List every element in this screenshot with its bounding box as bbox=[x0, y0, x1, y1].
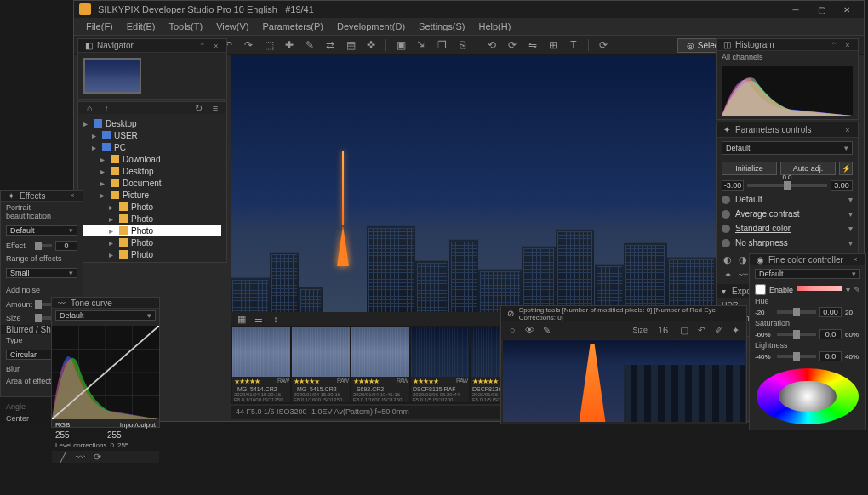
tree-refresh-icon[interactable]: ↻ bbox=[192, 102, 204, 114]
lig-value[interactable]: 0.0 bbox=[819, 351, 842, 361]
spot-brush-icon[interactable]: ✎ bbox=[540, 324, 552, 336]
spot-size-value[interactable]: 16 bbox=[653, 324, 673, 336]
initialize-button[interactable]: Initialize bbox=[722, 162, 777, 175]
wb-icon[interactable]: ◐ bbox=[722, 253, 734, 265]
rotate-l-icon[interactable]: ⟲ bbox=[484, 37, 500, 53]
finecolor-picker-icon[interactable]: ✎ bbox=[854, 285, 860, 294]
tonecurve-preset[interactable]: Default▾ bbox=[55, 310, 156, 321]
tree-row[interactable]: ▸Desktop bbox=[83, 117, 221, 129]
spot-eye-icon[interactable]: 👁 bbox=[523, 324, 535, 336]
picker-icon[interactable]: ✜ bbox=[363, 37, 379, 53]
collapse-icon[interactable]: ⌃ bbox=[197, 41, 208, 51]
flash-icon[interactable]: ⚡ bbox=[839, 162, 853, 175]
paste-icon[interactable]: ⎘ bbox=[454, 37, 470, 53]
hue-slider[interactable] bbox=[777, 310, 816, 314]
titlebar[interactable]: SILKYPIX Developer Studio Pro 10 English… bbox=[74, 1, 864, 18]
enable-checkbox[interactable] bbox=[755, 284, 766, 295]
param-value[interactable]: No sharpness bbox=[735, 238, 843, 248]
close-button[interactable]: ✕ bbox=[835, 3, 859, 16]
brush-icon[interactable]: ✎ bbox=[302, 37, 317, 53]
level-hi[interactable]: 255 bbox=[117, 441, 128, 449]
sat-value[interactable]: 0.0 bbox=[819, 329, 842, 339]
tree-row[interactable]: ▸Picture bbox=[83, 189, 221, 201]
collapse-icon[interactable]: ⌃ bbox=[829, 40, 839, 50]
menu-development[interactable]: Development(D) bbox=[330, 20, 412, 33]
curve-icon[interactable]: 〰 bbox=[737, 269, 749, 281]
amount-slider[interactable] bbox=[38, 303, 52, 306]
menu-tools[interactable]: Tools(T) bbox=[162, 20, 209, 33]
reset-icon[interactable]: ⟳ bbox=[596, 37, 611, 53]
image-canvas[interactable] bbox=[231, 55, 716, 348]
tree-row[interactable]: ▸Desktop bbox=[83, 165, 221, 177]
menu-view[interactable]: View(V) bbox=[209, 20, 255, 33]
tree-row[interactable]: ▸Photo bbox=[83, 201, 221, 213]
film-list-icon[interactable]: ☰ bbox=[253, 313, 265, 325]
close-icon[interactable]: × bbox=[850, 254, 860, 265]
heal-icon[interactable]: ✚ bbox=[282, 37, 297, 53]
histogram-channels[interactable]: All channels bbox=[717, 51, 858, 63]
hue-value[interactable]: 0.00 bbox=[819, 307, 842, 317]
tree-row[interactable]: ▸Download bbox=[83, 153, 221, 165]
range-dropdown[interactable]: Small▾ bbox=[6, 268, 77, 278]
tree-row[interactable]: ▸PC bbox=[83, 141, 221, 153]
redo-icon[interactable]: ↷ bbox=[241, 37, 256, 53]
tree-row[interactable]: ▸Document bbox=[83, 177, 221, 189]
spot-undo-icon[interactable]: ↶ bbox=[695, 324, 707, 336]
menu-help[interactable]: Help(H) bbox=[472, 20, 518, 33]
fx-icon[interactable]: ✦ bbox=[722, 269, 734, 281]
menu-parameters[interactable]: Parameters(P) bbox=[255, 20, 330, 33]
thumbnail[interactable]: ●★★★★★RAW_S692.CR22020/01/04 19:45:16F8.… bbox=[351, 327, 409, 402]
rotate-r-icon[interactable]: ⟳ bbox=[505, 37, 520, 53]
sat-slider[interactable] bbox=[777, 333, 816, 336]
hue-wheel[interactable] bbox=[757, 368, 859, 424]
spotting-preview[interactable] bbox=[503, 340, 745, 422]
navigator-thumbnail[interactable] bbox=[83, 58, 141, 94]
close-icon[interactable]: × bbox=[842, 40, 853, 50]
spot-pencil-icon[interactable]: ✐ bbox=[712, 324, 724, 336]
noise-size-slider[interactable] bbox=[38, 316, 52, 320]
curve-reset-icon[interactable]: ⟳ bbox=[91, 451, 103, 463]
param-value[interactable]: Standard color bbox=[735, 224, 843, 233]
finecolor-dropdown-icon[interactable]: ▾ bbox=[846, 285, 850, 294]
thumbnail[interactable]: ●★★★★★RAW_MG_5414.CR22020/01/04 15:20:16… bbox=[232, 327, 290, 402]
exposure-slider[interactable]: 0.0 bbox=[747, 184, 827, 187]
close-icon[interactable]: × bbox=[211, 41, 221, 51]
tree-menu-icon[interactable]: ≡ bbox=[209, 102, 221, 114]
tree-row[interactable]: ▸Video bbox=[83, 260, 221, 262]
tree-home-icon[interactable]: ⌂ bbox=[83, 102, 95, 114]
menu-settings[interactable]: Settings(S) bbox=[412, 20, 471, 33]
compare-icon[interactable]: ⇄ bbox=[323, 37, 338, 53]
param-value[interactable]: Average contrast bbox=[735, 209, 843, 219]
export-icon[interactable]: ⇲ bbox=[414, 37, 429, 53]
develop-icon[interactable]: ▣ bbox=[393, 37, 408, 53]
close-icon[interactable]: × bbox=[842, 125, 853, 135]
crop-icon[interactable]: ⬚ bbox=[261, 37, 277, 53]
copy-icon[interactable]: ❐ bbox=[434, 37, 449, 53]
tonecurve-plot[interactable] bbox=[52, 326, 159, 419]
gradient-icon[interactable]: ▤ bbox=[343, 37, 358, 53]
spot-wand-icon[interactable]: ✦ bbox=[729, 324, 741, 336]
text-icon[interactable]: T bbox=[566, 37, 581, 53]
tree-row[interactable]: ▸Photo bbox=[83, 225, 221, 236]
film-grid-icon[interactable]: ▦ bbox=[236, 313, 248, 325]
effect-value[interactable]: 0 bbox=[55, 241, 77, 251]
tree-row[interactable]: ▸USER bbox=[83, 129, 221, 141]
tree-row[interactable]: ▸Photo bbox=[83, 248, 221, 260]
tree-row[interactable]: ▸Photo bbox=[83, 236, 221, 248]
finecolor-preset[interactable]: Default▾ bbox=[755, 269, 860, 279]
close-icon[interactable]: × bbox=[67, 191, 77, 201]
tone-icon[interactable]: ◑ bbox=[737, 253, 749, 265]
curve-s-icon[interactable]: 〰 bbox=[74, 451, 86, 463]
film-sort-icon[interactable]: ↕ bbox=[270, 313, 282, 325]
tree-up-icon[interactable]: ↑ bbox=[100, 102, 112, 114]
thumbnail[interactable]: ●★★★★★RAWDSCF8135.RAF2020/01/06 05:29:44… bbox=[411, 327, 469, 402]
minimize-button[interactable]: ─ bbox=[784, 3, 808, 16]
curve-line-icon[interactable]: ╱ bbox=[57, 451, 69, 463]
menu-file[interactable]: File(F) bbox=[79, 20, 120, 33]
maximize-button[interactable]: ▢ bbox=[809, 3, 833, 16]
tree-row[interactable]: ▸Photo bbox=[83, 213, 221, 225]
io-input[interactable]: 255 bbox=[55, 430, 104, 440]
io-output[interactable]: 255 bbox=[107, 430, 156, 440]
params-preset-dropdown[interactable]: Default▾ bbox=[722, 141, 853, 155]
rgb-label[interactable]: RGB bbox=[55, 421, 70, 429]
